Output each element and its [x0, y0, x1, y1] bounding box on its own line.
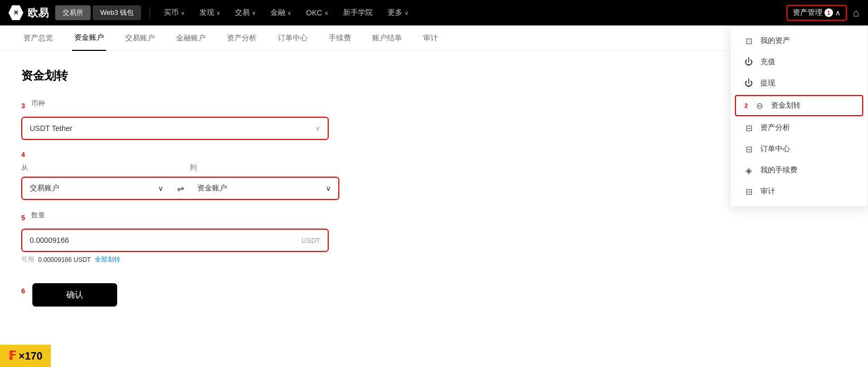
confirm-row: 6 确认 [21, 275, 339, 307]
nav-item-buy[interactable]: 买币 ∨ [156, 0, 192, 25]
from-account-value: 交易账户 [30, 184, 59, 193]
nav-right: 资产管理 1 ∧ ⌂ [786, 5, 860, 21]
dropdown-label-audit: 审计 [760, 187, 775, 196]
subnav-trading-account[interactable]: 交易账户 [123, 25, 157, 51]
asset-mgmt-button[interactable]: 资产管理 1 ∧ [786, 5, 847, 21]
currency-value: USDT Tether [30, 124, 72, 133]
audit-icon: ⊟ [743, 186, 754, 197]
currency-group: 3 币种 USDT Tether ∨ [21, 99, 339, 140]
dropdown-item-transfer[interactable]: 2 ⊖ 资金划转 [735, 95, 863, 116]
nav-divider [150, 7, 150, 18]
currency-label: 币种 [31, 99, 45, 108]
step6-badge: 6 [21, 287, 25, 295]
to-col: 资金账户 ∨ [190, 177, 339, 200]
my-assets-icon: ⊡ [743, 36, 754, 46]
subnav-order-center[interactable]: 订单中心 [276, 25, 310, 51]
quantity-field[interactable]: USDT [21, 229, 329, 252]
subnav-audit[interactable]: 审计 [421, 25, 440, 51]
subnav-financial-account[interactable]: 金融账户 [174, 25, 208, 51]
nav-menu-items: 买币 ∨ 发现 ∨ 交易 ∨ 金融 ∨ OKC ∨ 新手学院 更多 ∨ [156, 0, 786, 25]
order-center-icon: ⊟ [743, 144, 754, 154]
logo-text: 欧易 [28, 6, 49, 20]
chevron-down-icon: ∨ [216, 10, 220, 16]
available-prefix: 可用 [21, 255, 34, 264]
swap-button[interactable]: ⇌ [171, 177, 190, 200]
available-row: 可用 0.00009166 USDT 全部划转 [21, 255, 339, 264]
transfer-icon: ⊖ [754, 100, 765, 111]
chevron-down-icon: ∨ [158, 184, 163, 193]
step4-badge: 4 [21, 151, 25, 159]
quantity-input[interactable] [30, 236, 302, 244]
dropdown-label-transfer: 资金划转 [771, 101, 801, 110]
page-title: 资金划转 [21, 68, 847, 84]
nav-item-academy[interactable]: 新手学院 [336, 0, 380, 25]
to-account-value: 资金账户 [197, 184, 227, 193]
dropdown-label-deposit: 充值 [760, 57, 775, 67]
dropdown-label-asset-analysis: 资产分析 [760, 123, 790, 133]
nav-item-okc[interactable]: OKC ∨ [299, 0, 335, 25]
dropdown-item-my-assets[interactable]: ⊡ 我的资产 [731, 30, 867, 51]
currency-select[interactable]: USDT Tether ∨ [21, 117, 329, 140]
nav-item-discover[interactable]: 发现 ∨ [192, 0, 227, 25]
dropdown-item-audit[interactable]: ⊟ 审计 [731, 181, 867, 202]
dropdown-item-deposit[interactable]: ⏻ 充值 [731, 51, 867, 73]
subnav-statements[interactable]: 账户结单 [370, 25, 404, 51]
quantity-group: 5 数量 USDT 可用 0.00009166 USDT 全部划转 [21, 211, 339, 264]
logo[interactable]: ✕ 欧易 [8, 5, 49, 20]
available-amount: 0.00009166 USDT [38, 256, 91, 264]
nav-item-trade[interactable]: 交易 ∨ [227, 0, 263, 25]
step5-badge: 5 [21, 214, 25, 222]
chevron-down-icon: ∨ [181, 10, 185, 16]
nav-item-more[interactable]: 更多 ∨ [380, 0, 416, 25]
to-account-select[interactable]: 资金账户 ∨ [190, 177, 339, 200]
subnav-assets-overview[interactable]: 资产总览 [21, 25, 55, 51]
nav-item-finance[interactable]: 金融 ∨ [263, 0, 299, 25]
dropdown-label-order-center: 订单中心 [760, 144, 790, 154]
chevron-down-icon: ∨ [315, 125, 320, 132]
to-label: 到 [190, 163, 339, 172]
from-label: 从 [21, 163, 171, 172]
from-col: 交易账户 ∨ [21, 177, 171, 200]
asset-analysis-icon: ⊟ [743, 123, 754, 133]
all-transfer-link[interactable]: 全部划转 [95, 255, 120, 264]
deposit-icon: ⏻ [743, 57, 754, 67]
subnav-asset-analysis[interactable]: 资产分析 [225, 25, 259, 51]
chevron-down-icon: ∨ [326, 184, 331, 193]
dropdown-label-withdraw: 提现 [760, 78, 775, 88]
tab-web3[interactable]: Web3 钱包 [93, 5, 141, 20]
dropdown-item-order-center[interactable]: ⊟ 订单中心 [731, 138, 867, 160]
asset-dropdown: ⊡ 我的资产 ⏻ 充值 ⏻ 提现 2 ⊖ 资金划转 ⊟ 资产分析 ⊟ 订单中心 … [730, 25, 868, 207]
tab-exchange[interactable]: 交易所 [55, 5, 91, 20]
asset-mgmt-label: 资产管理 [793, 8, 822, 18]
withdraw-icon: ⏻ [743, 78, 754, 89]
chevron-down-icon: ∧ [835, 8, 840, 17]
step3-badge: 3 [21, 102, 25, 110]
my-fees-icon: ◈ [743, 165, 754, 176]
qty-label: 数量 [31, 211, 45, 220]
chevron-down-icon: ∨ [325, 10, 328, 16]
top-navigation: ✕ 欧易 交易所 Web3 钱包 买币 ∨ 发现 ∨ 交易 ∨ 金融 ∨ OKC… [0, 0, 868, 25]
qty-unit: USDT [302, 237, 320, 244]
chevron-down-icon: ∨ [252, 10, 256, 16]
confirm-button[interactable]: 确认 [32, 283, 117, 307]
dropdown-item-withdraw[interactable]: ⏻ 提现 [731, 73, 867, 94]
chevron-down-icon: ∨ [287, 10, 291, 16]
dropdown-label-my-fees: 我的手续费 [760, 165, 797, 175]
step1-badge: 1 [825, 8, 833, 17]
logo-icon: ✕ [8, 5, 23, 20]
from-account-select[interactable]: 交易账户 ∨ [21, 177, 171, 200]
from-to-row: 交易账户 ∨ ⇌ 资金账户 ∨ [21, 177, 339, 200]
dropdown-label-my-assets: 我的资产 [760, 36, 790, 46]
dropdown-item-my-fees[interactable]: ◈ 我的手续费 [731, 160, 867, 181]
from-to-labels: 从 到 [21, 163, 339, 172]
subnav-fees[interactable]: 手续费 [327, 25, 353, 51]
transfer-form: 3 币种 USDT Tether ∨ 4 从 到 交易账户 [21, 99, 339, 307]
dropdown-item-asset-analysis[interactable]: ⊟ 资产分析 [731, 117, 867, 138]
step2-badge: 2 [744, 102, 748, 109]
chevron-down-icon: ∨ [405, 10, 408, 16]
from-to-group: 4 从 到 交易账户 ∨ ⇌ 资金账户 ∨ [21, 151, 339, 200]
subnav-funding-account[interactable]: 资金账户 [72, 25, 106, 51]
user-icon[interactable]: ⌂ [853, 7, 860, 19]
